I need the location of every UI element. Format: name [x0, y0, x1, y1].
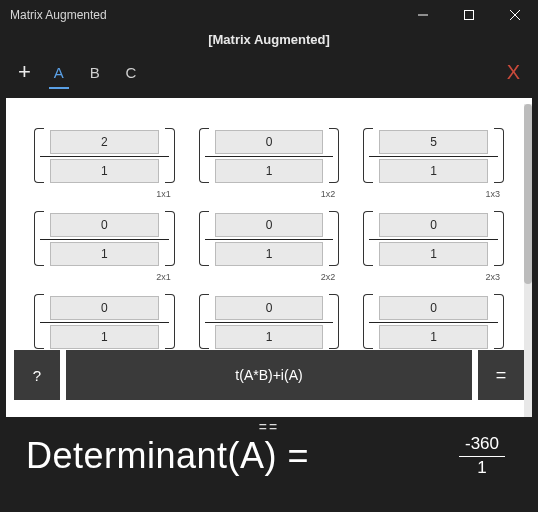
numerator-input[interactable]: 0 — [379, 213, 488, 237]
scrollbar[interactable] — [524, 104, 532, 438]
fraction: 0 1 — [215, 213, 324, 266]
denominator-input[interactable]: 1 — [50, 159, 159, 183]
bracket-icon — [363, 211, 373, 266]
app-subtitle: [Matrix Augmented] — [0, 30, 538, 52]
main-viewport: 2 1 1x1 0 1 1x2 5 — [0, 92, 538, 512]
fraction-bar — [40, 322, 169, 323]
fraction: 0 1 — [215, 296, 324, 349]
denominator-input[interactable]: 1 — [379, 159, 488, 183]
bracket-icon — [494, 211, 504, 266]
maximize-icon — [464, 10, 474, 20]
window-maximize-button[interactable] — [446, 0, 492, 30]
bracket-icon — [329, 211, 339, 266]
numerator-input[interactable]: 0 — [379, 296, 488, 320]
numerator-input[interactable]: 0 — [215, 213, 324, 237]
fraction-bar — [205, 156, 334, 157]
window-minimize-button[interactable] — [400, 0, 446, 30]
matrix-cell: 2 1 1x1 — [34, 126, 175, 197]
fraction: 0 1 — [50, 296, 159, 349]
evaluate-button[interactable]: = — [478, 350, 524, 400]
bracket-icon — [494, 128, 504, 183]
bracket-icon — [199, 294, 209, 349]
bracket-icon — [199, 128, 209, 183]
denominator-input[interactable]: 1 — [215, 325, 324, 349]
denominator-input[interactable]: 1 — [50, 242, 159, 266]
result-row: Determinant(A) = -360 1 — [6, 435, 532, 477]
fraction-bar — [369, 156, 498, 157]
bracket-icon — [165, 211, 175, 266]
matrix-tabs: + A B C X — [0, 52, 538, 92]
bracket-icon — [199, 211, 209, 266]
result-denominator: 1 — [477, 459, 486, 478]
fraction: 2 1 — [50, 130, 159, 183]
result-lhs: Determinant(A) = — [26, 435, 309, 477]
fraction: 0 1 — [379, 296, 488, 349]
window-close-button[interactable] — [492, 0, 538, 30]
fraction-bar — [205, 239, 334, 240]
fraction-bar — [40, 156, 169, 157]
add-matrix-button[interactable]: + — [14, 59, 41, 85]
matrix-cell: 5 1 1x3 — [363, 126, 504, 197]
bracket-icon — [165, 128, 175, 183]
window-title: Matrix Augmented — [10, 8, 107, 22]
numerator-input[interactable]: 2 — [50, 130, 159, 154]
denominator-input[interactable]: 1 — [379, 325, 488, 349]
bracket-icon — [363, 294, 373, 349]
tab-B[interactable]: B — [77, 58, 113, 87]
bracket-icon — [329, 294, 339, 349]
svg-rect-1 — [465, 11, 474, 20]
scrollbar-thumb[interactable] — [524, 104, 532, 284]
fraction-bar — [459, 456, 505, 457]
fraction-bar — [369, 322, 498, 323]
numerator-input[interactable]: 0 — [50, 296, 159, 320]
numerator-input[interactable]: 5 — [379, 130, 488, 154]
fraction: 0 1 — [215, 130, 324, 183]
minimize-icon — [418, 10, 428, 20]
delete-matrix-button[interactable]: X — [507, 61, 520, 84]
fraction: 5 1 — [379, 130, 488, 183]
bracket-icon — [34, 294, 44, 349]
numerator-input[interactable]: 0 — [215, 296, 324, 320]
matrix-cell: 0 1 2x2 — [199, 209, 340, 280]
result-numerator: -360 — [465, 435, 499, 454]
bracket-icon — [363, 128, 373, 183]
window-controls — [400, 0, 538, 30]
fraction: 0 1 — [379, 213, 488, 266]
denominator-input[interactable]: 1 — [215, 242, 324, 266]
denominator-input[interactable]: 1 — [50, 325, 159, 349]
matrix-cell: 0 1 1x2 — [199, 126, 340, 197]
expression-input[interactable]: t(A*B)+i(A) — [66, 350, 472, 400]
cell-position-label: 2x1 — [156, 272, 171, 282]
bracket-icon — [494, 294, 504, 349]
cell-position-label: 2x3 — [485, 272, 500, 282]
bracket-icon — [329, 128, 339, 183]
bracket-icon — [34, 128, 44, 183]
tab-A[interactable]: A — [41, 58, 77, 87]
fraction-bar — [40, 239, 169, 240]
numerator-input[interactable]: 0 — [50, 213, 159, 237]
result-rhs-fraction: -360 1 — [454, 435, 510, 477]
cell-position-label: 1x2 — [321, 189, 336, 199]
window-titlebar: Matrix Augmented — [0, 0, 538, 30]
close-icon — [510, 10, 520, 20]
matrix-cell: 0 1 2x1 — [34, 209, 175, 280]
expression-bar: ? t(A*B)+i(A) = — [14, 350, 524, 400]
cell-position-label: 2x2 — [321, 272, 336, 282]
bracket-icon — [165, 294, 175, 349]
result-separator: == — [6, 417, 532, 435]
bracket-icon — [34, 211, 44, 266]
help-button[interactable]: ? — [14, 350, 60, 400]
denominator-input[interactable]: 1 — [215, 159, 324, 183]
denominator-input[interactable]: 1 — [379, 242, 488, 266]
fraction: 0 1 — [50, 213, 159, 266]
cell-position-label: 1x3 — [485, 189, 500, 199]
result-panel: == Determinant(A) = -360 1 — [6, 417, 532, 507]
matrix-cell: 0 1 2x3 — [363, 209, 504, 280]
cell-position-label: 1x1 — [156, 189, 171, 199]
matrix-grid: 2 1 1x1 0 1 1x2 5 — [6, 98, 532, 391]
numerator-input[interactable]: 0 — [215, 130, 324, 154]
fraction-bar — [369, 239, 498, 240]
fraction-bar — [205, 322, 334, 323]
tab-C[interactable]: C — [113, 58, 149, 87]
